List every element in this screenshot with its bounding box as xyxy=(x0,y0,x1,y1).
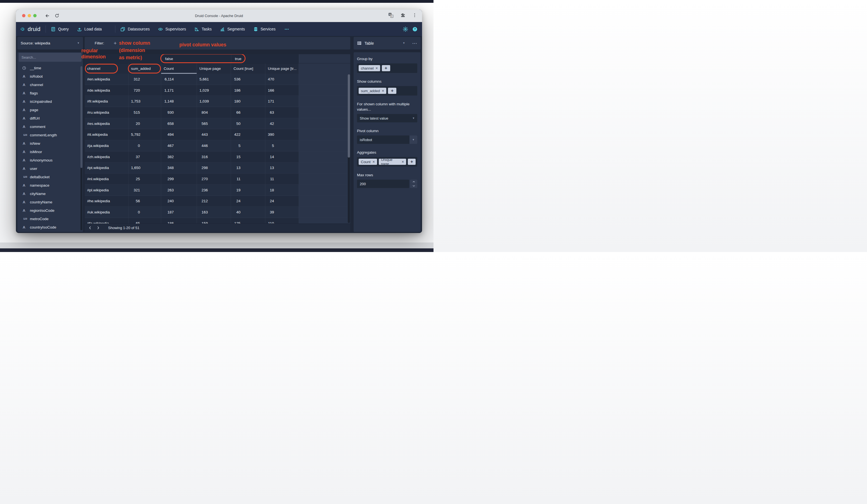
nav-item-tasks[interactable]: Tasks xyxy=(194,27,212,32)
scrollbar-thumb[interactable] xyxy=(81,66,82,168)
value-cell: 187 xyxy=(161,207,197,218)
column-header-unique-page-tr[interactable]: Unique page [tr... xyxy=(265,63,299,74)
value-cell: 166 xyxy=(265,85,299,96)
field-item-time[interactable]: __time xyxy=(17,64,83,72)
remove-tag-icon[interactable]: × xyxy=(402,160,404,164)
table-row[interactable]: #fa.wikipedia65186159125110 xyxy=(85,218,350,224)
druid-logo[interactable]: druid xyxy=(20,26,41,32)
field-label: __time xyxy=(30,66,41,70)
add-tag-button[interactable]: + xyxy=(382,65,390,71)
translate-icon[interactable]: G文 xyxy=(388,13,394,19)
cell-value: 42 xyxy=(268,121,274,126)
tag-count[interactable]: Count× xyxy=(358,159,377,165)
table-row[interactable]: #it.wikipedia5,792494443422390 xyxy=(85,129,350,140)
tag-channel[interactable]: channel× xyxy=(358,65,380,71)
field-item-user[interactable]: Auser xyxy=(17,164,83,173)
source-dropdown[interactable]: Source: wikipedia ▼ xyxy=(17,37,83,50)
column-header-count[interactable]: Count xyxy=(161,63,197,74)
column-header-unique-page[interactable]: Unique page xyxy=(197,63,231,74)
field-item-page[interactable]: Apage xyxy=(17,106,83,114)
settings-gear-icon[interactable] xyxy=(403,26,408,32)
field-item-countryisocode[interactable]: AcountryIsoCode xyxy=(17,223,83,231)
field-item-cityname[interactable]: AcityName xyxy=(17,190,83,198)
next-page-button[interactable] xyxy=(96,226,100,230)
minimize-button[interactable] xyxy=(28,14,31,17)
column-header-count-true[interactable]: Count [true] xyxy=(231,63,265,74)
cell-value: 13 xyxy=(234,166,240,170)
multi-value-select[interactable]: Show latest value ▼ xyxy=(357,114,417,122)
table-row[interactable]: #nl.wikipedia252992701111 xyxy=(85,173,350,185)
search-input[interactable] xyxy=(19,53,82,62)
table-row[interactable]: #en.wikipedia3126,1145,661536470 xyxy=(85,74,350,85)
tag-unique-page[interactable]: Unique page× xyxy=(379,159,406,165)
field-item-regionisocode[interactable]: AregionIsoCode xyxy=(17,206,83,215)
table-row[interactable]: #ru.wikipedia5159308046663 xyxy=(85,107,350,118)
zoom-button[interactable] xyxy=(33,14,36,17)
source-label: Source: wikipedia xyxy=(21,41,50,45)
panel-more-icon[interactable]: ••• xyxy=(412,42,417,45)
nav-item-load-data[interactable]: Load data xyxy=(77,27,102,32)
nav-item-query[interactable]: Query xyxy=(51,27,69,32)
field-item-countryname[interactable]: AcountryName xyxy=(17,198,83,206)
add-tag-button[interactable]: + xyxy=(388,88,396,94)
scrollbar-thumb[interactable] xyxy=(348,74,350,158)
reload-button[interactable] xyxy=(53,12,61,19)
column-header-sum-added[interactable]: sum_added xyxy=(128,63,161,74)
column-header-channel[interactable]: channel xyxy=(85,63,128,74)
table-row[interactable]: #de.wikipedia7201,1711,029186166 xyxy=(85,85,350,96)
pivot-column-section: Pivot column isRobot ▼ xyxy=(357,128,417,144)
table-row[interactable]: #es.wikipedia206585655042 xyxy=(85,118,350,129)
remove-tag-icon[interactable]: × xyxy=(376,66,378,70)
field-item-flags[interactable]: Aflags xyxy=(17,89,83,97)
close-button[interactable] xyxy=(22,14,25,17)
table-row[interactable]: #uk.wikipedia01871634039 xyxy=(85,207,350,218)
cell-value: 65 xyxy=(131,221,140,224)
chevron-down-button[interactable]: ▼ xyxy=(409,136,417,144)
field-item-metrocode[interactable]: 123metroCode xyxy=(17,215,83,223)
help-icon[interactable]: ? xyxy=(412,26,418,32)
chevron-down-icon: ▼ xyxy=(77,42,79,44)
increment-button[interactable] xyxy=(410,180,417,184)
decrement-button[interactable] xyxy=(410,184,417,188)
field-item-diffurl[interactable]: AdiffUrl xyxy=(17,114,83,122)
field-item-namespace[interactable]: Anamespace xyxy=(17,181,83,190)
table-row[interactable]: #zh.wikipedia373823161514 xyxy=(85,151,350,163)
nav-item-segments[interactable]: Segments xyxy=(220,27,245,32)
field-item-channel[interactable]: Achannel xyxy=(17,81,83,89)
remove-tag-icon[interactable]: × xyxy=(382,89,384,93)
channel-cell: #ja.wikipedia xyxy=(85,140,128,151)
nav-item-supervisors[interactable]: Supervisors xyxy=(158,27,186,32)
add-tag-button[interactable]: + xyxy=(408,159,416,165)
group-by-label: Group by xyxy=(357,56,417,62)
field-item-isminor[interactable]: AisMinor xyxy=(17,148,83,156)
field-item-commentlength[interactable]: 123commentLength xyxy=(17,131,83,139)
string-type-icon: A xyxy=(21,91,27,95)
previous-page-button[interactable] xyxy=(88,226,92,230)
field-item-isnew[interactable]: AisNew xyxy=(17,139,83,148)
remove-tag-icon[interactable]: × xyxy=(373,160,375,164)
table-row[interactable]: #ja.wikipedia046744655 xyxy=(85,140,350,151)
field-item-isrobot[interactable]: AisRobot xyxy=(17,72,83,81)
channel-cell: #zh.wikipedia xyxy=(85,151,128,163)
max-rows-input[interactable]: 200 xyxy=(357,180,409,188)
nav-item-services[interactable]: Services xyxy=(253,27,276,32)
add-filter-button[interactable]: + xyxy=(114,40,117,46)
table-row[interactable]: #pt.wikipedia1,6503482981313 xyxy=(85,163,350,174)
field-item-deltabucket[interactable]: 123deltaBucket xyxy=(17,173,83,181)
field-item-isanonymous[interactable]: AisAnonymous xyxy=(17,156,83,164)
visualization-picker[interactable]: Table ▼ ••• xyxy=(354,37,421,50)
value-cell: 110 xyxy=(265,218,299,224)
row-filler xyxy=(299,129,350,140)
browser-menu-icon[interactable] xyxy=(412,13,417,19)
table-row[interactable]: #fr.wikipedia1,7531,1481,039180171 xyxy=(85,96,350,107)
field-item-comment[interactable]: Acomment xyxy=(17,122,83,131)
table-row[interactable]: #pl.wikipedia3212632361918 xyxy=(85,185,350,196)
extensions-icon[interactable] xyxy=(400,13,405,19)
table-row[interactable]: #he.wikipedia562402122424 xyxy=(85,196,350,207)
field-item-isunpatrolled[interactable]: AisUnpatrolled xyxy=(17,97,83,106)
pivot-column-select[interactable]: isRobot ▼ xyxy=(357,136,417,144)
back-button[interactable] xyxy=(44,12,51,19)
nav-item-datasources[interactable]: Datasources xyxy=(120,27,150,32)
tag-sum-added[interactable]: sum_added× xyxy=(358,88,386,94)
more-menu-icon[interactable] xyxy=(284,27,289,32)
